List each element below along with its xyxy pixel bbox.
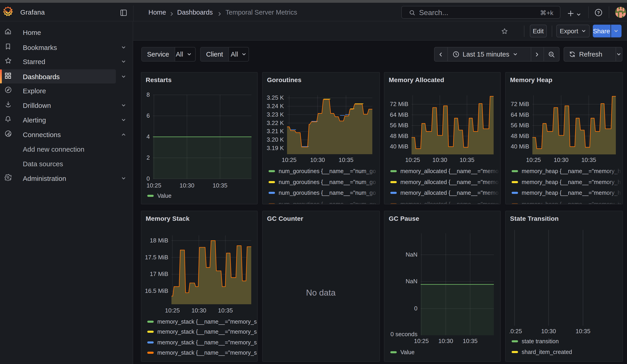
svg-text:10:35: 10:35 [338,156,353,163]
svg-text:Value: Value [400,349,414,355]
svg-text:10:35: 10:35 [218,307,233,314]
svg-text:2: 2 [146,154,150,161]
svg-text:10:30: 10:30 [541,328,556,335]
svg-text:8: 8 [146,91,150,98]
svg-text:NaN: NaN [405,278,417,285]
svg-text:NaN: NaN [405,251,417,258]
svg-text:3.19 K: 3.19 K [266,145,284,152]
svg-text:memory_stack {__name__="memory: memory_stack {__name__="memory_s [157,318,257,325]
svg-text:10:35: 10:35 [581,156,596,163]
svg-text:10:35: 10:35 [459,156,474,163]
svg-text:72 MiB: 72 MiB [390,101,408,107]
svg-text:10:25: 10:25 [405,156,420,163]
svg-text:10:25: 10:25 [165,307,179,314]
svg-text:3.21 K: 3.21 K [266,128,284,135]
svg-text:memory_heap {__name__="memory_: memory_heap {__name__="memory_h [522,190,621,196]
svg-text:0: 0 [414,305,417,312]
svg-text:40 MiB: 40 MiB [511,143,529,150]
svg-text:18 MiB: 18 MiB [150,237,168,244]
svg-text:10:25: 10:25 [281,156,296,163]
svg-text:memory_stack {__name__="memory: memory_stack {__name__="memory_s [157,349,257,356]
svg-text:3.23 K: 3.23 K [266,111,284,118]
svg-text:0: 0 [146,175,150,182]
svg-text:3.25 K: 3.25 K [266,94,284,101]
svg-text:Value: Value [157,193,171,199]
svg-text:memory_stack {__name__="memory: memory_stack {__name__="memory_s [157,328,257,335]
svg-text:3.22 K: 3.22 K [266,119,284,126]
svg-text:memory_allocated {__name__="me: memory_allocated {__name__="memo [400,168,498,174]
svg-text:10:30: 10:30 [310,156,325,163]
svg-text:num_goroutines {__name__="num_: num_goroutines {__name__="num_go [278,168,376,174]
svg-text:56 MiB: 56 MiB [511,122,529,129]
svg-text:num_goroutines {__name__="num_: num_goroutines {__name__="num_go [278,190,376,196]
svg-text:6: 6 [146,112,150,119]
svg-text:num_goroutines {__name__="num_: num_goroutines {__name__="num_go [278,179,376,185]
svg-text:72 MiB: 72 MiB [511,101,529,107]
svg-text:17 MiB: 17 MiB [150,270,168,277]
svg-text:40 MiB: 40 MiB [390,143,408,150]
svg-text:10:25: 10:25 [526,156,541,163]
svg-text:memory_heap {__name__="memory_: memory_heap {__name__="memory_h [522,179,621,185]
svg-text:10:30: 10:30 [179,182,194,189]
svg-text:10:30: 10:30 [191,307,206,314]
svg-text:10:30: 10:30 [438,338,453,344]
svg-text:10:25: 10:25 [146,182,161,189]
svg-text:48 MiB: 48 MiB [390,133,408,139]
svg-text:10:35: 10:35 [462,338,477,344]
svg-text:10:30: 10:30 [432,156,447,163]
svg-text:10:35: 10:35 [212,182,227,189]
svg-text:memory_heap {__name__="memory_: memory_heap {__name__="memory_h [522,201,621,204]
svg-text:0 seconds: 0 seconds [390,331,417,338]
svg-text:64 MiB: 64 MiB [390,111,408,118]
svg-text:56 MiB: 56 MiB [390,122,408,129]
svg-text:64 MiB: 64 MiB [511,111,529,118]
svg-text:?: ? [597,10,600,15]
svg-text:shard_item_created: shard_item_created [522,349,572,355]
svg-text:10:35: 10:35 [575,328,590,335]
svg-text:state transition: state transition [522,338,559,344]
svg-text:memory_heap {__name__="memory_: memory_heap {__name__="memory_h [522,168,621,174]
svg-text:3.24 K: 3.24 K [266,103,284,109]
svg-text:memory_allocated {__name__="me: memory_allocated {__name__="memo [400,190,498,196]
svg-text:10:30: 10:30 [553,156,568,163]
svg-text:16.5 MiB: 16.5 MiB [145,287,168,294]
svg-text:memory_allocated {__name__="me: memory_allocated {__name__="memo [400,201,498,204]
svg-text:num_goroutines {__name__="num_: num_goroutines {__name__="num_go [278,201,376,204]
svg-text:4: 4 [146,133,150,140]
svg-text:10:25: 10:25 [414,338,428,344]
svg-text:3.20 K: 3.20 K [266,136,284,143]
svg-text:17.5 MiB: 17.5 MiB [145,254,168,261]
svg-text:memory_allocated {__name__="me: memory_allocated {__name__="memo [400,179,498,185]
svg-text:48 MiB: 48 MiB [511,133,529,139]
svg-text:memory_stack {__name__="memory: memory_stack {__name__="memory_s [157,339,257,346]
